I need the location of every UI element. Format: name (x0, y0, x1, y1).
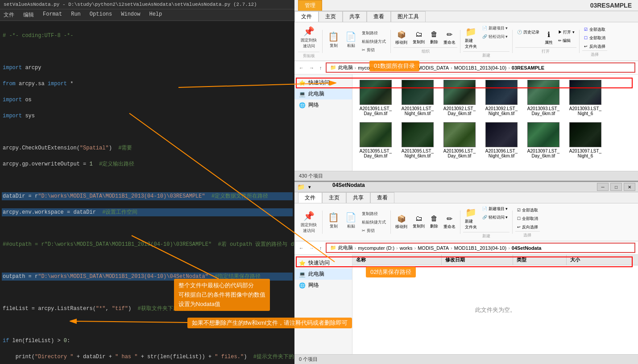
file-item[interactable]: A2013092.LST_Day_6km.tif (440, 78, 479, 118)
file-item[interactable]: A2013097.LST_Night_6 (566, 120, 605, 160)
network-icon-b: 🌐 (299, 282, 306, 289)
paste-button[interactable]: 📄 粘贴 (343, 29, 359, 54)
menu-run[interactable]: Run (69, 10, 83, 20)
copy-button[interactable]: 📋 复制 (325, 29, 342, 54)
new-item-button-b[interactable]: 📄 新建项目 ▾ (481, 205, 510, 213)
editor-menubar[interactable]: 文件 编辑 Format Run Options Window Help (0, 9, 294, 21)
open-button[interactable]: ▶ 打开 ▾ (556, 29, 576, 36)
tab-home[interactable]: 主页 (319, 11, 343, 22)
rename-button[interactable]: ✏ 重命名 (442, 29, 457, 47)
file-item[interactable]: A2013093.LST_Day_6km.tif (524, 78, 563, 118)
delete-button-b[interactable]: 🗑删除 (428, 213, 440, 232)
tab-file[interactable]: 文件 (294, 11, 319, 22)
star-icon-b: ⭐ (299, 260, 306, 266)
edit-button[interactable]: ✏ 编辑 (556, 37, 576, 45)
file-area-bottom: 名称 修改日期 类型 大小 此文件夹为空。 (352, 255, 638, 354)
cut-button[interactable]: ✂ 剪切 (360, 46, 388, 54)
tab-file-bottom[interactable]: 文件 (298, 192, 322, 203)
paste-button-b[interactable]: 📄 粘贴 (343, 210, 359, 235)
file-item[interactable]: A2013096.LST_Day_6km.tif (440, 120, 479, 160)
pin-quick-access-button-b[interactable]: 📌 固定到快速访问 (298, 209, 319, 236)
address-bar-bottom[interactable]: 📁 此电脑› mycomputer (D:)› works› MODIS_DAT… (326, 243, 636, 253)
tab-view[interactable]: 查看 (367, 11, 391, 22)
tab-view-bottom[interactable]: 查看 (370, 192, 394, 203)
file-item[interactable]: A2013091.LST_Day_6km.tif (356, 78, 395, 118)
list-header: 名称 修改日期 类型 大小 (352, 255, 638, 265)
properties-button[interactable]: ℹ 属性 (543, 29, 555, 47)
tab-share-bottom[interactable]: 共享 (346, 192, 370, 203)
cut-button-b[interactable]: ✂ 剪切 (360, 227, 388, 235)
delete-button[interactable]: 🗑 删除 (428, 29, 440, 47)
col-modified: 修改日期 (442, 255, 513, 265)
file-item[interactable]: A2013095.LST_Night_6km.tif (398, 120, 437, 160)
copy-to-button[interactable]: 🗂 复制到 (411, 29, 427, 47)
up-button-b[interactable]: ↑ (318, 245, 324, 251)
sidebar-item-quick-access-b[interactable]: ⭐快速访问 (294, 257, 352, 269)
invert-select-button[interactable]: ↩ 反向选择 (582, 43, 607, 50)
copy-to-button-b[interactable]: 🗂复制到 (411, 213, 427, 232)
file-item[interactable]: A2013097.LST_Day_6km.tif (524, 120, 563, 160)
new-folder-button[interactable]: 📁 新建文件夹 (463, 25, 479, 51)
easy-access-button[interactable]: 🔗 轻松访问 ▾ (481, 33, 510, 41)
sidebar-item-this-pc-b[interactable]: 💻此电脑 (294, 269, 352, 280)
back-button-b[interactable]: ← (297, 245, 306, 251)
paste-shortcut-button-b[interactable]: 粘贴快捷方式 (360, 219, 388, 226)
copy-path-button-b[interactable]: 复制路径 (360, 210, 388, 218)
tab-manage[interactable]: 管理 (298, 0, 322, 11)
back-button[interactable]: ← (297, 65, 306, 70)
explorer-pane: 管理 03RESAMPLE 文件 主页 共享 查看 图片工具 (294, 0, 638, 364)
file-item[interactable]: A2013095.LST_Day_6km.tif (356, 120, 395, 160)
file-item[interactable]: A2013093.LST_Night_6 (566, 78, 605, 118)
sidebar-item-network[interactable]: 🌐网络 (294, 99, 352, 111)
code-editor: setValueAsNodata.py - D:\study\python2\1… (0, 0, 294, 364)
network-icon: 🌐 (299, 102, 306, 108)
tab-share[interactable]: 共享 (343, 11, 367, 22)
forward-button-b[interactable]: → (307, 245, 316, 251)
select-none-button-b[interactable]: ☐ 全部取消 (515, 215, 540, 223)
select-all-button[interactable]: ☑ 全部选取 (582, 26, 607, 33)
star-icon: ⭐ (299, 80, 306, 86)
file-item[interactable]: A2013096.LST_Night_6km.tif (482, 120, 521, 160)
file-item[interactable]: A2013091.LST_Night_6km.tif (398, 78, 437, 118)
history-button[interactable]: 🕐 历史记录 (515, 29, 541, 47)
move-to-button-b[interactable]: 📦移动到 (394, 213, 409, 232)
pin-quick-access-button[interactable]: 📌 固定到快速访问 (298, 24, 319, 51)
up-button[interactable]: ↑ (318, 65, 324, 70)
sidebar-item-quick-access[interactable]: ⭐快速访问 (294, 77, 352, 88)
col-name: 名称 (352, 255, 442, 265)
menu-format[interactable]: Format (41, 10, 64, 20)
status-bar-bottom: 0 个项目 (294, 354, 638, 364)
explorer-top: 管理 03RESAMPLE 文件 主页 共享 查看 图片工具 (294, 0, 638, 182)
menu-edit[interactable]: 编辑 (21, 10, 36, 20)
explorer-bottom: 📁 ▾ ─ □ ✕ 04SetNodata 文件 主页 共享 查看 (294, 182, 638, 364)
file-item[interactable]: A2013092.LST_Night_6km.tif (482, 78, 521, 118)
copy-path-button[interactable]: 复制路径 (360, 29, 388, 37)
rename-button-b[interactable]: ✏重命名 (442, 213, 457, 232)
select-none-button[interactable]: ☐ 全部取消 (582, 34, 607, 42)
paste-shortcut-button[interactable]: 粘贴快捷方式 (360, 38, 388, 46)
invert-select-button-b[interactable]: ↩ 反向选择 (515, 223, 540, 231)
tab-home-bottom[interactable]: 主页 (322, 192, 346, 203)
forward-button[interactable]: → (307, 65, 316, 70)
computer-icon-b: 💻 (299, 271, 306, 277)
menu-options[interactable]: Options (88, 10, 114, 20)
tab-pictools[interactable]: 图片工具 (391, 11, 426, 22)
code-content: # -*- coding:UTF-8 -*- import arcpy from… (0, 21, 294, 364)
copy-button-b[interactable]: 📋 复制 (325, 210, 342, 235)
select-all-button-b[interactable]: ☑ 全部选取 (515, 207, 540, 214)
new-folder-button-b[interactable]: 📁新建文件夹 (463, 205, 479, 232)
sidebar-item-this-pc[interactable]: 💻此电脑 (294, 88, 352, 99)
editor-titlebar: setValueAsNodata.py - D:\study\python2\1… (0, 0, 294, 9)
item-count-top: 430 个项目 (299, 173, 323, 178)
sidebar-item-network-b[interactable]: 🌐网络 (294, 280, 352, 291)
menu-window[interactable]: Window (119, 10, 142, 20)
menu-help[interactable]: Help (147, 10, 164, 20)
address-bar-top[interactable]: 📁 此电脑› mycomputer (D:)› works› MODIS_DAT… (326, 62, 636, 73)
item-count-bottom: 0 个项目 (299, 356, 318, 362)
move-to-button[interactable]: 📦 移动到 (394, 29, 409, 47)
file-grid-top: A2013091.LST_Day_6km.tif A2013091.LST_Ni… (352, 74, 638, 171)
col-type: 类型 (513, 255, 567, 265)
new-item-button[interactable]: 📄 新建项目 ▾ (481, 25, 510, 32)
easy-access-button-b[interactable]: 🔗 轻松访问 ▾ (481, 214, 510, 221)
menu-file[interactable]: 文件 (2, 10, 16, 20)
